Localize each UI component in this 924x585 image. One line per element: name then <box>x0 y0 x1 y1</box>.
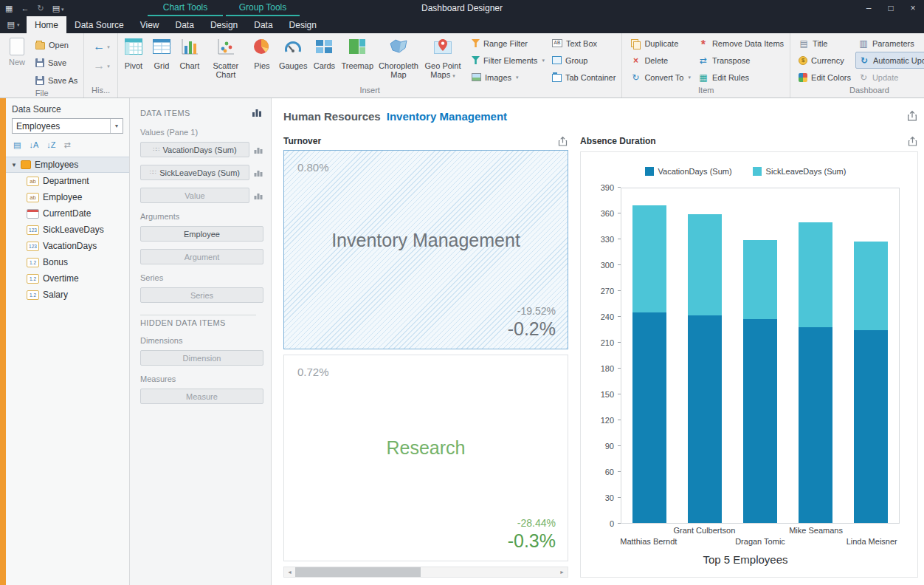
save-as-button[interactable]: Save As <box>32 72 82 89</box>
data-item-value[interactable]: Value <box>140 188 249 203</box>
filter-elements-button[interactable]: Filter Elements▾ <box>469 52 549 69</box>
remove-data-items-button[interactable]: *Remove Data Items <box>695 35 788 52</box>
text-box-button[interactable]: ABText Box <box>549 35 621 52</box>
scroll-right-icon[interactable]: ► <box>556 567 568 577</box>
bar-grant-culbertson[interactable] <box>688 188 722 523</box>
tree-item-department[interactable]: abDepartment <box>6 173 129 189</box>
tree-item-bonus[interactable]: 1.2Bonus <box>6 254 129 270</box>
ribbon-tab-data-source[interactable]: Data Source <box>66 16 132 33</box>
contextual-tab-group-tools[interactable]: Group Tools <box>226 0 300 16</box>
tree-item-salary[interactable]: 1.2Salary <box>6 287 129 303</box>
turnover-item[interactable]: Turnover 0.80% Inventory Management -19.… <box>283 132 568 578</box>
contextual-tab-chart-tools[interactable]: Chart Tools <box>148 0 223 16</box>
chart-options-icon[interactable] <box>254 168 263 177</box>
app-window-icon[interactable]: ▦ <box>5 4 13 13</box>
expander-icon[interactable]: ▼ <box>11 162 17 168</box>
legend-item-vacationdays-sum[interactable]: VacationDays (Sum) <box>645 167 732 176</box>
application-menu-icon[interactable]: ▤▾ <box>0 16 27 33</box>
insert-choropleth-map-button[interactable]: Choropleth Map <box>376 35 421 79</box>
ribbon-tab-view[interactable]: View <box>132 16 168 33</box>
update-button[interactable]: ↻Update <box>855 69 924 86</box>
insert-chart-button[interactable]: Chart <box>176 35 204 70</box>
data-item-argument[interactable]: Argument <box>140 249 263 264</box>
legend-item-sickleavedays-sum[interactable]: SickLeaveDays (Sum) <box>753 167 847 176</box>
edit-rules-button[interactable]: ▦Edit Rules <box>695 69 788 86</box>
swap-icon[interactable]: ⇄ <box>63 141 70 149</box>
maximize-button[interactable]: □ <box>880 0 902 16</box>
bar-segment-sickleavedays-sum[interactable] <box>743 240 777 319</box>
duplicate-button[interactable]: Duplicate <box>627 35 695 52</box>
bar-segment-vacationdays-sum[interactable] <box>854 330 888 523</box>
bar-mike-seamans[interactable] <box>799 188 832 523</box>
tree-item-employees[interactable]: ▼Employees <box>6 157 129 173</box>
ribbon-tab-data-3[interactable]: Data <box>168 16 202 33</box>
convert-to-button[interactable]: ↻Convert To▾ <box>627 69 695 86</box>
dropdown-caret-icon[interactable]: ▼ <box>110 119 123 133</box>
scrollbar-thumb[interactable] <box>295 567 421 577</box>
export-absence-icon[interactable] <box>907 136 918 147</box>
absence-duration-item[interactable]: Absence Duration VacationDays (Sum)SickL… <box>580 132 918 578</box>
bar-segment-vacationdays-sum[interactable] <box>632 312 666 523</box>
bar-segment-sickleavedays-sum[interactable] <box>688 214 722 315</box>
tile-inventory-management[interactable]: 0.80% Inventory Management -19.52% -0.2% <box>283 150 568 349</box>
edit-colors-button[interactable]: Edit Colors <box>796 69 855 86</box>
new-button[interactable]: New <box>1 35 32 66</box>
tile-research[interactable]: 0.72% Research -28.44% -0.3% <box>283 355 568 561</box>
ribbon-tab-design-4[interactable]: Design <box>202 16 246 33</box>
insert-geo-point-maps-button[interactable]: Geo Point Maps ▾ <box>421 35 465 81</box>
bar-segment-sickleavedays-sum[interactable] <box>632 205 666 312</box>
close-button[interactable]: × <box>902 0 924 16</box>
tree-item-sickleavedays[interactable]: 123SickLeaveDays <box>6 222 129 238</box>
insert-gauges-button[interactable]: Gauges <box>276 35 311 70</box>
bar-segment-sickleavedays-sum[interactable] <box>854 242 888 330</box>
history-forward-button[interactable]: →▾ <box>93 60 110 72</box>
data-item-series[interactable]: Series <box>140 287 263 303</box>
group-button[interactable]: Group <box>549 52 621 69</box>
images-button[interactable]: Images▾ <box>469 69 549 86</box>
insert-pies-button[interactable]: Pies <box>248 35 276 70</box>
bar-segment-sickleavedays-sum[interactable] <box>799 222 832 327</box>
redo-icon[interactable]: ↻ <box>37 4 44 13</box>
customize-quick-access-icon[interactable]: ▤ ▾ <box>52 4 64 13</box>
currency-button[interactable]: $Currency <box>796 52 855 69</box>
turnover-scrollbar[interactable]: ◄ ► <box>283 567 568 578</box>
data-item-vacationdays-sum[interactable]: ∷∷VacationDays (Sum) <box>140 142 249 157</box>
bar-matthias-berndt[interactable] <box>632 188 666 523</box>
export-dashboard-icon[interactable] <box>906 110 918 122</box>
chart-options-icon[interactable] <box>254 146 263 154</box>
tree-item-overtime[interactable]: 1.2Overtime <box>6 270 129 287</box>
ribbon-tab-design-6[interactable]: Design <box>281 16 325 33</box>
transpose-button[interactable]: ⇄Transpose <box>695 52 788 69</box>
insert-scatter-chart-button[interactable]: Scatter Chart <box>204 35 248 79</box>
insert-pivot-button[interactable]: Pivot <box>120 35 148 70</box>
sort-descending-icon[interactable]: ↓Z <box>46 141 55 149</box>
tree-item-currentdate[interactable]: CurrentDate <box>6 205 129 222</box>
delete-button[interactable]: ×Delete <box>627 52 695 69</box>
title-button[interactable]: ▤Title <box>796 35 855 52</box>
bar-segment-vacationdays-sum[interactable] <box>799 327 832 523</box>
tree-item-employee[interactable]: abEmployee <box>6 189 129 205</box>
chart-options-icon[interactable] <box>254 191 263 200</box>
data-item-sickleavedays-sum[interactable]: ∷∷SickLeaveDays (Sum) <box>140 165 249 180</box>
parameters-button[interactable]: ▥Parameters <box>855 35 924 52</box>
bar-dragan-tomic[interactable] <box>743 188 777 523</box>
data-item-dimension[interactable]: Dimension <box>140 350 263 366</box>
data-item-employee[interactable]: Employee <box>140 226 263 242</box>
data-item-measure[interactable]: Measure <box>140 389 263 404</box>
insert-grid-button[interactable]: Grid <box>148 35 176 70</box>
export-turnover-icon[interactable] <box>557 136 568 147</box>
bar-segment-vacationdays-sum[interactable] <box>743 319 777 523</box>
chart-structure-icon[interactable] <box>252 107 262 119</box>
tree-item-vacationdays[interactable]: 123VacationDays <box>6 238 129 254</box>
data-source-dropdown[interactable]: Employees ▼ <box>12 118 123 134</box>
scroll-left-icon[interactable]: ◄ <box>284 567 295 577</box>
history-back-button[interactable]: ←▾ <box>93 41 110 52</box>
undo-icon[interactable]: ← <box>21 4 29 13</box>
save-button[interactable]: Save <box>32 54 82 71</box>
insert-cards-button[interactable]: Cards <box>310 35 338 70</box>
sort-ascending-icon[interactable]: ↓A <box>29 141 38 149</box>
open-button[interactable]: Open <box>32 36 82 53</box>
automatic-updates-button[interactable]: ↻Automatic Updates <box>855 52 924 69</box>
bar-segment-vacationdays-sum[interactable] <box>688 315 722 523</box>
insert-treemap-button[interactable]: Treemap <box>338 35 376 70</box>
